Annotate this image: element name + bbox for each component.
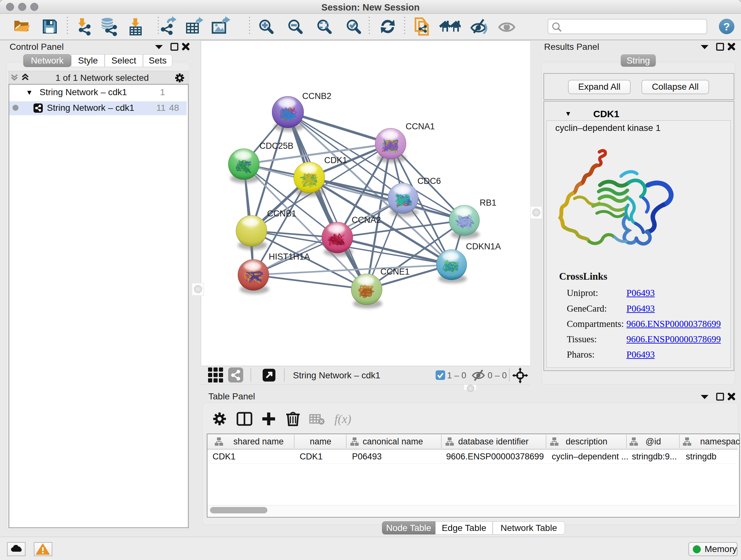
svg-text:HIST1H1A: HIST1H1A [269,252,310,261]
svg-text:f(x): f(x) [334,412,351,426]
svg-text:CDC25B: CDC25B [259,141,293,151]
svg-text:CDC6: CDC6 [417,176,441,186]
svg-text:CCNA1: CCNA1 [406,122,435,131]
svg-text:RB1: RB1 [480,198,496,207]
svg-text:CCNE1: CCNE1 [381,267,410,276]
svg-text:0 – 0: 0 – 0 [488,371,507,380]
svg-text:CCNA2: CCNA2 [352,215,381,225]
svg-text:CCNB2: CCNB2 [302,91,332,101]
svg-text:CDKN1A: CDKN1A [466,242,501,251]
svg-text:1 – 0: 1 – 0 [447,371,466,380]
svg-text:CDK1: CDK1 [324,155,347,165]
svg-text:String Network – cdk1: String Network – cdk1 [293,370,381,380]
svg-text:CCNB1: CCNB1 [267,209,296,219]
